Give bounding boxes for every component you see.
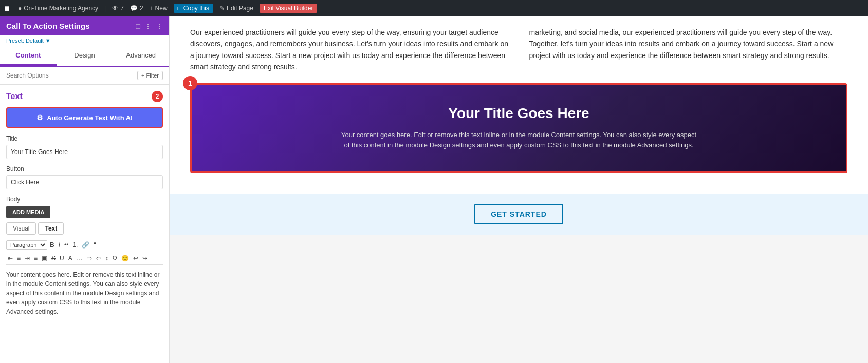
views-item[interactable]: 👁 7 (112, 5, 124, 12)
ai-generate-button[interactable]: ⚙ Auto Generate Text With AI (6, 107, 163, 128)
cta-wrapper: 1 Your Title Goes Here Your content goes… (190, 83, 847, 174)
font-color-button[interactable]: A (67, 254, 74, 262)
panel-title: Call To Action Settings (6, 22, 90, 30)
search-input[interactable] (6, 72, 134, 79)
two-column-section: Our experienced practitioners will guide… (190, 27, 847, 73)
table-button[interactable]: ▣ (40, 254, 49, 262)
content-area: Our experienced practitioners will guide… (170, 16, 868, 194)
agency-icon: ● (18, 5, 22, 12)
cta-title: Your Title Goes Here (233, 105, 805, 122)
right-content: Our experienced practitioners will guide… (170, 16, 868, 363)
editor-toolbar-row1: Paragraph B I •• 1. 🔗 “ (6, 238, 163, 252)
panel-header: Call To Action Settings □ ⋮ ⋮ (0, 16, 169, 35)
paragraph-select[interactable]: Paragraph (6, 240, 47, 250)
col2-text: marketing, and social media, our experie… (529, 27, 848, 73)
exit-builder-button[interactable]: Exit Visual Builder (260, 4, 318, 13)
more-toolbar-button[interactable]: … (75, 254, 84, 262)
text-section-label: Text 2 (6, 91, 163, 102)
button-input[interactable] (6, 175, 163, 189)
blockquote-button[interactable]: “ (92, 241, 97, 249)
unordered-list-button[interactable]: •• (63, 241, 70, 249)
title-field-label: Title (6, 135, 163, 142)
tab-advanced[interactable]: Advanced (113, 46, 169, 66)
filter-button[interactable]: + Filter (137, 71, 163, 80)
body-text-content: Your content goes here. Edit or remove t… (6, 270, 163, 316)
new-item[interactable]: + New (150, 5, 168, 12)
topbar-divider: | (104, 5, 106, 12)
button-field-label: Button (6, 165, 163, 173)
add-media-button[interactable]: ADD MEDIA (6, 206, 50, 218)
bold-button[interactable]: B (48, 241, 56, 249)
badge-1: 1 (183, 76, 197, 90)
badge-2: 2 (152, 91, 163, 102)
get-started-button[interactable]: GET STARTED (474, 204, 563, 224)
panel-header-icons: □ ⋮ ⋮ (136, 22, 163, 30)
tab-design[interactable]: Design (57, 46, 113, 66)
align-left-button[interactable]: ⇤ (6, 254, 14, 262)
panel-tabs: Content Design Advanced (0, 46, 169, 67)
ai-icon: ⚙ (36, 113, 43, 122)
wp-icon: ■ (4, 3, 10, 14)
edit-page-button[interactable]: ✎ Edit Page (219, 5, 253, 12)
bottom-preview: GET STARTED (170, 194, 868, 235)
align-right-button[interactable]: ⇥ (23, 254, 31, 262)
ordered-list-button[interactable]: 1. (71, 241, 79, 249)
strikethrough-button[interactable]: S (50, 254, 57, 262)
comments-item[interactable]: 💬 2 (130, 5, 143, 12)
link-button[interactable]: 🔗 (80, 241, 91, 249)
editor-toolbar-row2: ⇤ ≡ ⇥ ≡ ▣ S U A … ⇨ ⇦ ↕ Ω 🙂 ↩ ↪ (6, 252, 163, 265)
plus-icon: + (150, 5, 153, 12)
indent-button[interactable]: ⇨ (85, 254, 94, 262)
body-field-label: Body (6, 196, 163, 203)
outdent-button[interactable]: ⇦ (95, 254, 103, 262)
main-layout: Call To Action Settings □ ⋮ ⋮ Preset: De… (0, 16, 868, 363)
editor-tabs: Visual Text (6, 222, 163, 235)
fullscreen-icon[interactable]: □ (136, 22, 140, 30)
cta-module[interactable]: Your Title Goes Here Your content goes h… (190, 83, 847, 174)
columns-icon[interactable]: ⋮ (144, 22, 152, 30)
panel-search: + Filter (0, 67, 169, 85)
comment-icon: 💬 (130, 5, 138, 12)
copy-button[interactable]: □ Copy this (174, 4, 213, 13)
emoji-button[interactable]: 🙂 (120, 254, 131, 262)
copy-icon: □ (178, 5, 181, 12)
cta-body: Your content goes here. Edit or remove t… (339, 130, 699, 151)
align-center-button[interactable]: ≡ (15, 254, 22, 262)
expand-button[interactable]: ↕ (104, 254, 110, 262)
panel-body: Text 2 ⚙ Auto Generate Text With AI Titl… (0, 85, 169, 322)
panel-preset: Preset: Default ▼ (0, 35, 169, 46)
agency-link[interactable]: ● On-Time Marketing Agency (18, 5, 98, 12)
redo-button[interactable]: ↪ (141, 254, 149, 262)
topbar: ■ ● On-Time Marketing Agency | 👁 7 💬 2 +… (0, 0, 868, 16)
justify-button[interactable]: ≡ (32, 254, 39, 262)
left-panel: Call To Action Settings □ ⋮ ⋮ Preset: De… (0, 16, 170, 363)
underline-button[interactable]: U (58, 254, 66, 262)
undo-button[interactable]: ↩ (132, 254, 140, 262)
col1-text: Our experienced practitioners will guide… (190, 27, 509, 73)
special-char-button[interactable]: Ω (111, 254, 119, 262)
more-icon[interactable]: ⋮ (156, 22, 163, 30)
italic-button[interactable]: I (57, 241, 62, 249)
pencil-icon: ✎ (219, 5, 225, 12)
tab-content[interactable]: Content (0, 46, 57, 66)
preset-value[interactable]: Default (26, 37, 44, 44)
editor-tab-text[interactable]: Text (38, 222, 64, 235)
title-input[interactable] (6, 145, 163, 159)
editor-tab-visual[interactable]: Visual (6, 222, 36, 235)
eye-icon: 👁 (112, 5, 118, 12)
